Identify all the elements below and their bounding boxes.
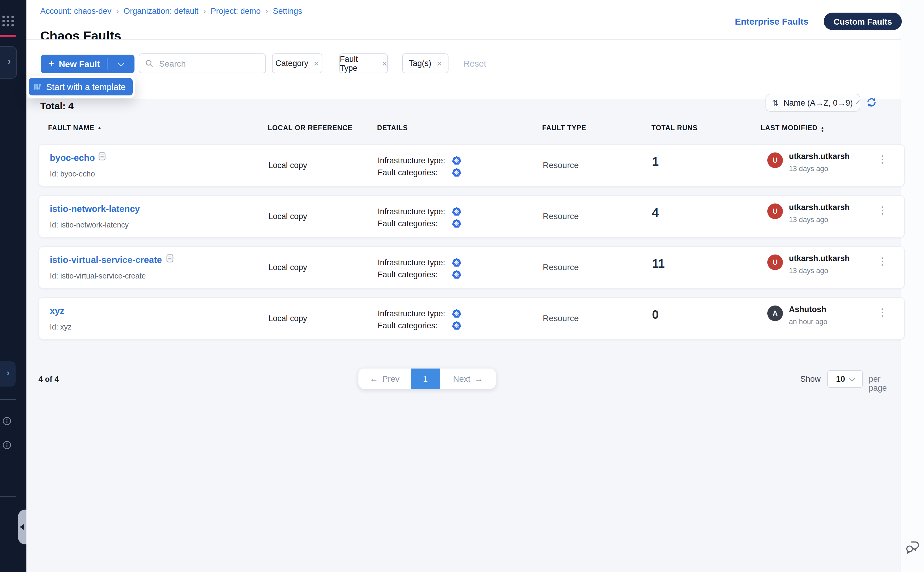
search-icon: [145, 59, 153, 68]
current-page-button[interactable]: 1: [411, 368, 440, 389]
avatar: U: [767, 152, 783, 168]
modified-by: utkarsh.utkarsh: [789, 254, 850, 263]
close-icon[interactable]: ×: [382, 59, 387, 68]
kubernetes-icon: [452, 207, 461, 216]
sidebar-expand-button[interactable]: ›: [0, 46, 17, 79]
info-icon[interactable]: [2, 441, 11, 449]
chevron-down-icon: [856, 100, 860, 104]
page-size-select[interactable]: 10: [828, 370, 863, 388]
fault-name-link[interactable]: xyz: [50, 306, 64, 316]
arrow-left-icon: ←: [370, 374, 378, 384]
local-or-reference-value: Local copy: [268, 212, 307, 221]
filter-chip-label: Fault Type: [340, 54, 376, 72]
menu-item-label: Start with a template: [46, 82, 126, 92]
prev-page-button[interactable]: ← Prev: [358, 368, 411, 389]
row-menu-button[interactable]: ⋮: [877, 208, 885, 214]
local-or-reference-value: Local copy: [268, 263, 307, 272]
kubernetes-icon: [452, 321, 461, 330]
breadcrumb-organization-link[interactable]: Organization: default: [124, 6, 198, 16]
faults-list-section: Total: 4 ⇅ Name (A→Z, 0→9) FAULT NAME▲ L…: [26, 99, 901, 572]
search-input[interactable]: [158, 58, 259, 69]
chevron-right-icon: ›: [8, 56, 11, 66]
left-sidebar: › ›: [0, 0, 26, 572]
filter-chip-fault-type[interactable]: Fault Type ×: [339, 53, 388, 73]
new-fault-dropdown-toggle[interactable]: [108, 61, 134, 67]
close-icon[interactable]: ×: [314, 59, 319, 68]
modified-time: 13 days ago: [789, 216, 828, 224]
sort-both-icon: ▲▼: [820, 126, 824, 132]
info-icon[interactable]: [2, 417, 11, 426]
new-fault-label: New Fault: [59, 59, 100, 69]
pagination: ← Prev 1 Next →: [358, 368, 496, 389]
sort-select-value: Name (A→Z, 0→9): [784, 98, 853, 107]
page-title: Chaos Faults: [40, 29, 121, 44]
modified-time: 13 days ago: [789, 266, 828, 275]
modified-time: 13 days ago: [789, 165, 828, 173]
breadcrumb-separator-icon: ›: [265, 6, 268, 16]
sidebar-collapse-handle[interactable]: [18, 510, 26, 544]
table-row[interactable]: istio-network-latency Id: istio-network-…: [39, 195, 905, 238]
fault-name-link[interactable]: byoc-echo: [50, 152, 95, 163]
per-page-label: per page: [869, 375, 901, 393]
fault-name-link[interactable]: istio-network-latency: [50, 204, 140, 214]
total-count-label: Total: 4: [40, 101, 73, 112]
avatar: U: [767, 204, 783, 219]
table-row[interactable]: xyz Id: xyz Local copy Infrastructure ty…: [39, 297, 905, 340]
sort-select[interactable]: ⇅ Name (A→Z, 0→9): [765, 94, 860, 112]
plus-icon: +: [49, 58, 54, 70]
fault-categories-label: Fault categories:: [378, 168, 438, 177]
local-or-reference-value: Local copy: [268, 161, 307, 170]
next-page-button[interactable]: Next →: [440, 368, 496, 389]
kubernetes-icon: [452, 156, 461, 165]
row-menu-button[interactable]: ⋮: [877, 259, 885, 265]
fault-categories-label: Fault categories:: [378, 219, 438, 228]
enterprise-faults-link[interactable]: Enterprise Faults: [735, 16, 809, 26]
fault-type-value: Resource: [543, 313, 579, 323]
refresh-icon[interactable]: [866, 96, 877, 108]
reset-filters-button[interactable]: Reset: [464, 59, 486, 68]
modified-time: an hour ago: [789, 317, 828, 326]
new-fault-button[interactable]: + New Fault: [41, 54, 134, 73]
sidebar-divider: [0, 399, 16, 400]
active-module-accent-bar: [0, 35, 16, 37]
next-label: Next: [453, 374, 470, 384]
sidebar-bottom-expand-button[interactable]: ›: [0, 361, 16, 387]
breadcrumb-project-link[interactable]: Project: demo: [211, 6, 261, 16]
main-content: Account: chaos-dev › Organization: defau…: [26, 0, 901, 572]
infrastructure-type-label: Infrastructure type:: [378, 207, 445, 216]
app-launcher-grid-icon[interactable]: [2, 16, 14, 26]
filter-chip-category[interactable]: Category ×: [272, 53, 322, 73]
row-menu-button[interactable]: ⋮: [877, 157, 885, 163]
column-details: DETAILS: [377, 124, 408, 131]
table-row[interactable]: istio-virtual-service-create Id: istio-v…: [39, 246, 905, 289]
menu-item-start-with-template[interactable]: Start with a template: [29, 78, 133, 95]
custom-faults-button[interactable]: Custom Faults: [824, 12, 902, 30]
close-icon[interactable]: ×: [437, 59, 442, 68]
column-last-modified[interactable]: LAST MODIFIED▲▼: [761, 124, 824, 132]
fault-name-link[interactable]: istio-virtual-service-create: [50, 255, 162, 265]
sidebar-divider: [0, 496, 16, 497]
breadcrumb-separator-icon: ›: [116, 6, 119, 16]
table-row[interactable]: byoc-echo Id: byoc-echo Local copy Infra…: [39, 144, 905, 187]
breadcrumb-settings-link[interactable]: Settings: [273, 6, 302, 16]
column-fault-name[interactable]: FAULT NAME▲: [48, 124, 102, 131]
filter-chip-tags[interactable]: Tag(s) ×: [402, 53, 448, 73]
breadcrumb-account-link[interactable]: Account: chaos-dev: [40, 6, 111, 16]
avatar: U: [767, 255, 783, 270]
modified-by: utkarsh.utkarsh: [789, 203, 850, 212]
row-menu-button[interactable]: ⋮: [877, 310, 885, 316]
total-runs-value: 1: [652, 155, 659, 169]
chevron-down-icon: [849, 375, 855, 381]
total-runs-value: 11: [652, 257, 665, 271]
fault-id: Id: xyz: [50, 323, 72, 331]
sort-updown-icon: ⇅: [772, 98, 779, 107]
avatar: A: [767, 306, 783, 321]
kubernetes-icon: [452, 219, 461, 228]
modified-by: utkarsh.utkarsh: [789, 152, 850, 161]
sort-asc-icon: ▲: [98, 126, 102, 130]
copy-icon[interactable]: [166, 254, 174, 263]
kubernetes-icon: [452, 258, 461, 267]
search-box[interactable]: [139, 53, 266, 73]
copy-icon[interactable]: [98, 152, 106, 161]
chat-icon[interactable]: [905, 539, 921, 555]
